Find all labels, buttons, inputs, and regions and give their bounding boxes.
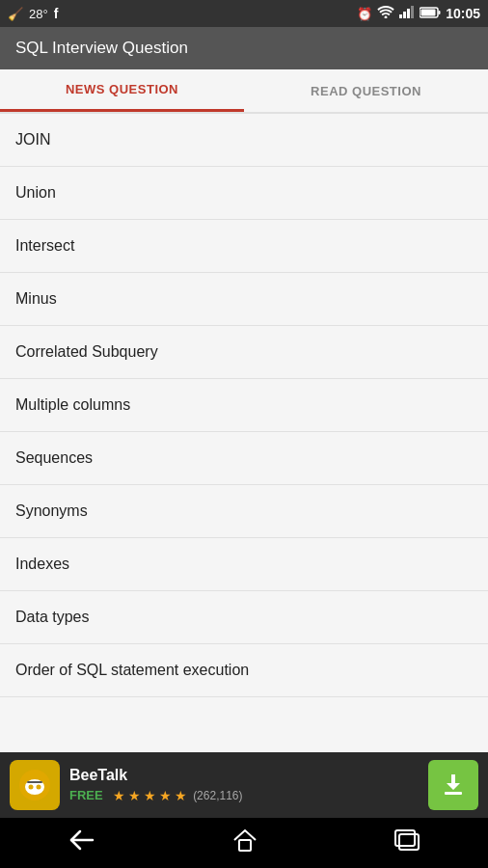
wifi-icon [377, 6, 394, 21]
star-1: ★ [113, 788, 125, 803]
star-3: ★ [144, 788, 156, 803]
ad-download-button[interactable] [428, 760, 478, 810]
temperature: 28° [29, 7, 48, 21]
list-item[interactable]: Minus [0, 273, 488, 326]
svg-point-10 [37, 785, 41, 790]
list-item[interactable]: Sequences [0, 432, 488, 485]
list-item[interactable]: Multiple columns [0, 379, 488, 432]
svg-rect-11 [27, 781, 42, 783]
ad-banner: BeeTalk FREE ★ ★ ★ ★ ★ (262,116) [0, 752, 488, 818]
svg-rect-1 [403, 12, 406, 18]
list-container: JOIN Union Intersect Minus Correlated Su… [0, 114, 488, 752]
svg-rect-14 [239, 840, 251, 851]
recents-button[interactable] [375, 822, 439, 864]
ad-review-count: (262,116) [193, 789, 242, 802]
back-button[interactable] [49, 822, 115, 864]
list-item[interactable]: Correlated Subquery [0, 326, 488, 379]
svg-rect-5 [439, 11, 441, 14]
svg-rect-12 [445, 792, 462, 795]
status-bar-right: ⏰ 10:05 [357, 6, 480, 21]
home-button[interactable] [213, 821, 277, 865]
list-item[interactable]: Order of SQL statement execution [0, 644, 488, 697]
svg-rect-3 [411, 6, 414, 18]
svg-point-9 [29, 785, 34, 790]
list-item[interactable]: Union [0, 167, 488, 220]
app-title: SQL Interview Question [15, 39, 188, 58]
title-bar: SQL Interview Question [0, 27, 488, 69]
facebook-icon: f [54, 6, 59, 21]
list-item[interactable]: Intersect [0, 220, 488, 273]
svg-rect-0 [399, 14, 402, 18]
tabs-container: NEWS QUESTION READ QUESTION [0, 69, 488, 114]
list-item[interactable]: Indexes [0, 538, 488, 591]
tab-news-question[interactable]: NEWS QUESTION [0, 69, 244, 112]
list-item[interactable]: Synonyms [0, 485, 488, 538]
ad-free-label: FREE [69, 788, 103, 802]
star-4: ★ [159, 788, 172, 803]
tab-read-question[interactable]: READ QUESTION [244, 69, 488, 112]
battery-icon [420, 7, 441, 21]
notification-icon: 🧹 [8, 7, 23, 21]
list-item[interactable]: JOIN [0, 114, 488, 167]
star-2: ★ [128, 788, 141, 803]
status-bar-left: 🧹 28° f [8, 6, 58, 21]
bottom-nav [0, 818, 488, 868]
signal-icon [399, 6, 415, 21]
alarm-icon: ⏰ [357, 7, 372, 21]
ad-text-block: BeeTalk FREE ★ ★ ★ ★ ★ (262,116) [69, 767, 419, 804]
svg-rect-6 [421, 9, 436, 15]
ad-app-icon [10, 760, 60, 810]
svg-rect-2 [407, 9, 410, 18]
ad-rating: FREE ★ ★ ★ ★ ★ (262,116) [69, 787, 419, 804]
clock: 10:05 [446, 6, 480, 21]
list-item[interactable]: Data types [0, 591, 488, 644]
status-bar: 🧹 28° f ⏰ [0, 0, 488, 27]
star-5-half: ★ [175, 788, 187, 803]
ad-app-title: BeeTalk [69, 767, 419, 784]
